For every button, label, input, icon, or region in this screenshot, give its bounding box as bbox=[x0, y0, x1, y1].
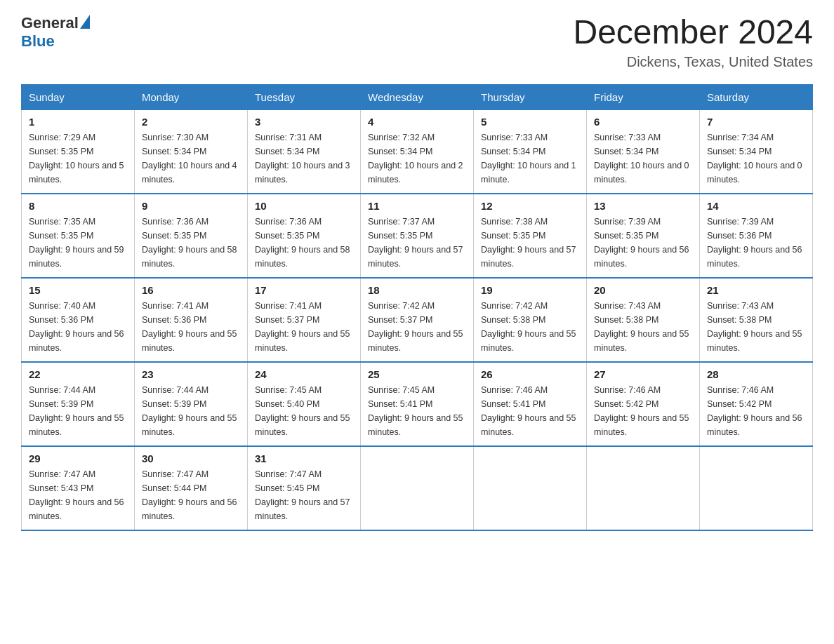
day-info: Sunrise: 7:46 AMSunset: 5:42 PMDaylight:… bbox=[594, 383, 692, 439]
col-sunday: Sunday bbox=[22, 85, 135, 109]
calendar-week-row: 22 Sunrise: 7:44 AMSunset: 5:39 PMDaylig… bbox=[22, 362, 813, 446]
day-number: 3 bbox=[255, 116, 353, 128]
day-number: 4 bbox=[368, 116, 466, 128]
table-row: 2 Sunrise: 7:30 AMSunset: 5:34 PMDayligh… bbox=[135, 109, 248, 194]
logo-blue-text: Blue bbox=[21, 32, 55, 51]
day-info: Sunrise: 7:47 AMSunset: 5:45 PMDaylight:… bbox=[255, 467, 353, 523]
day-info: Sunrise: 7:47 AMSunset: 5:43 PMDaylight:… bbox=[29, 467, 127, 523]
day-number: 13 bbox=[594, 200, 692, 212]
table-row: 21 Sunrise: 7:43 AMSunset: 5:38 PMDaylig… bbox=[700, 278, 813, 362]
day-number: 16 bbox=[142, 284, 240, 296]
col-wednesday: Wednesday bbox=[361, 85, 474, 109]
table-row: 20 Sunrise: 7:43 AMSunset: 5:38 PMDaylig… bbox=[587, 278, 700, 362]
logo: General Blue bbox=[21, 14, 90, 51]
table-row bbox=[361, 446, 474, 530]
table-row: 29 Sunrise: 7:47 AMSunset: 5:43 PMDaylig… bbox=[22, 446, 135, 530]
table-row: 30 Sunrise: 7:47 AMSunset: 5:44 PMDaylig… bbox=[135, 446, 248, 530]
day-number: 31 bbox=[255, 452, 353, 464]
table-row: 25 Sunrise: 7:45 AMSunset: 5:41 PMDaylig… bbox=[361, 362, 474, 446]
day-number: 22 bbox=[29, 368, 127, 380]
table-row: 27 Sunrise: 7:46 AMSunset: 5:42 PMDaylig… bbox=[587, 362, 700, 446]
day-info: Sunrise: 7:45 AMSunset: 5:41 PMDaylight:… bbox=[368, 383, 466, 439]
day-number: 2 bbox=[142, 116, 240, 128]
day-info: Sunrise: 7:36 AMSunset: 5:35 PMDaylight:… bbox=[255, 215, 353, 271]
logo-triangle-icon bbox=[80, 15, 90, 29]
day-number: 25 bbox=[368, 368, 466, 380]
day-number: 8 bbox=[29, 200, 127, 212]
table-row bbox=[587, 446, 700, 530]
day-number: 10 bbox=[255, 200, 353, 212]
logo-general-text: General bbox=[21, 14, 79, 32]
table-row: 17 Sunrise: 7:41 AMSunset: 5:37 PMDaylig… bbox=[248, 278, 361, 362]
day-number: 14 bbox=[707, 200, 805, 212]
day-info: Sunrise: 7:29 AMSunset: 5:35 PMDaylight:… bbox=[29, 130, 127, 187]
day-info: Sunrise: 7:45 AMSunset: 5:40 PMDaylight:… bbox=[255, 383, 353, 439]
col-monday: Monday bbox=[135, 85, 248, 109]
day-info: Sunrise: 7:42 AMSunset: 5:37 PMDaylight:… bbox=[368, 299, 466, 355]
table-row: 10 Sunrise: 7:36 AMSunset: 5:35 PMDaylig… bbox=[248, 194, 361, 278]
day-number: 15 bbox=[29, 284, 127, 296]
day-number: 29 bbox=[29, 452, 127, 464]
day-number: 24 bbox=[255, 368, 353, 380]
table-row: 11 Sunrise: 7:37 AMSunset: 5:35 PMDaylig… bbox=[361, 194, 474, 278]
day-number: 18 bbox=[368, 284, 466, 296]
calendar-table: Sunday Monday Tuesday Wednesday Thursday… bbox=[21, 84, 813, 531]
calendar-week-row: 8 Sunrise: 7:35 AMSunset: 5:35 PMDayligh… bbox=[22, 194, 813, 278]
day-number: 11 bbox=[368, 200, 466, 212]
day-number: 27 bbox=[594, 368, 692, 380]
day-info: Sunrise: 7:47 AMSunset: 5:44 PMDaylight:… bbox=[142, 467, 240, 523]
calendar-week-row: 29 Sunrise: 7:47 AMSunset: 5:43 PMDaylig… bbox=[22, 446, 813, 530]
table-row: 22 Sunrise: 7:44 AMSunset: 5:39 PMDaylig… bbox=[22, 362, 135, 446]
day-info: Sunrise: 7:46 AMSunset: 5:42 PMDaylight:… bbox=[707, 383, 805, 439]
col-saturday: Saturday bbox=[700, 85, 813, 109]
day-number: 26 bbox=[481, 368, 579, 380]
day-number: 1 bbox=[29, 116, 127, 128]
day-info: Sunrise: 7:36 AMSunset: 5:35 PMDaylight:… bbox=[142, 215, 240, 271]
location-text: Dickens, Texas, United States bbox=[573, 54, 813, 70]
title-section: December 2024 Dickens, Texas, United Sta… bbox=[573, 14, 813, 70]
month-title: December 2024 bbox=[573, 14, 813, 51]
day-number: 9 bbox=[142, 200, 240, 212]
day-info: Sunrise: 7:37 AMSunset: 5:35 PMDaylight:… bbox=[368, 215, 466, 271]
day-info: Sunrise: 7:35 AMSunset: 5:35 PMDaylight:… bbox=[29, 215, 127, 271]
table-row bbox=[700, 446, 813, 530]
day-number: 21 bbox=[707, 284, 805, 296]
table-row: 18 Sunrise: 7:42 AMSunset: 5:37 PMDaylig… bbox=[361, 278, 474, 362]
table-row: 5 Sunrise: 7:33 AMSunset: 5:34 PMDayligh… bbox=[474, 109, 587, 194]
calendar-week-row: 1 Sunrise: 7:29 AMSunset: 5:35 PMDayligh… bbox=[22, 109, 813, 194]
day-info: Sunrise: 7:44 AMSunset: 5:39 PMDaylight:… bbox=[142, 383, 240, 439]
table-row bbox=[474, 446, 587, 530]
day-info: Sunrise: 7:46 AMSunset: 5:41 PMDaylight:… bbox=[481, 383, 579, 439]
day-number: 17 bbox=[255, 284, 353, 296]
day-info: Sunrise: 7:44 AMSunset: 5:39 PMDaylight:… bbox=[29, 383, 127, 439]
day-number: 30 bbox=[142, 452, 240, 464]
page-header: General Blue December 2024 Dickens, Texa… bbox=[21, 14, 813, 70]
table-row: 15 Sunrise: 7:40 AMSunset: 5:36 PMDaylig… bbox=[22, 278, 135, 362]
table-row: 8 Sunrise: 7:35 AMSunset: 5:35 PMDayligh… bbox=[22, 194, 135, 278]
day-info: Sunrise: 7:43 AMSunset: 5:38 PMDaylight:… bbox=[707, 299, 805, 355]
col-tuesday: Tuesday bbox=[248, 85, 361, 109]
day-info: Sunrise: 7:40 AMSunset: 5:36 PMDaylight:… bbox=[29, 299, 127, 355]
day-info: Sunrise: 7:31 AMSunset: 5:34 PMDaylight:… bbox=[255, 130, 353, 187]
calendar-header-row: Sunday Monday Tuesday Wednesday Thursday… bbox=[22, 85, 813, 109]
day-info: Sunrise: 7:34 AMSunset: 5:34 PMDaylight:… bbox=[707, 130, 805, 187]
table-row: 16 Sunrise: 7:41 AMSunset: 5:36 PMDaylig… bbox=[135, 278, 248, 362]
table-row: 9 Sunrise: 7:36 AMSunset: 5:35 PMDayligh… bbox=[135, 194, 248, 278]
day-info: Sunrise: 7:38 AMSunset: 5:35 PMDaylight:… bbox=[481, 215, 579, 271]
table-row: 13 Sunrise: 7:39 AMSunset: 5:35 PMDaylig… bbox=[587, 194, 700, 278]
day-number: 19 bbox=[481, 284, 579, 296]
calendar-week-row: 15 Sunrise: 7:40 AMSunset: 5:36 PMDaylig… bbox=[22, 278, 813, 362]
table-row: 3 Sunrise: 7:31 AMSunset: 5:34 PMDayligh… bbox=[248, 109, 361, 194]
table-row: 14 Sunrise: 7:39 AMSunset: 5:36 PMDaylig… bbox=[700, 194, 813, 278]
table-row: 4 Sunrise: 7:32 AMSunset: 5:34 PMDayligh… bbox=[361, 109, 474, 194]
day-number: 20 bbox=[594, 284, 692, 296]
day-info: Sunrise: 7:33 AMSunset: 5:34 PMDaylight:… bbox=[594, 130, 692, 187]
col-friday: Friday bbox=[587, 85, 700, 109]
day-info: Sunrise: 7:41 AMSunset: 5:36 PMDaylight:… bbox=[142, 299, 240, 355]
col-thursday: Thursday bbox=[474, 85, 587, 109]
day-info: Sunrise: 7:39 AMSunset: 5:35 PMDaylight:… bbox=[594, 215, 692, 271]
day-number: 23 bbox=[142, 368, 240, 380]
day-number: 7 bbox=[707, 116, 805, 128]
table-row: 26 Sunrise: 7:46 AMSunset: 5:41 PMDaylig… bbox=[474, 362, 587, 446]
day-info: Sunrise: 7:43 AMSunset: 5:38 PMDaylight:… bbox=[594, 299, 692, 355]
